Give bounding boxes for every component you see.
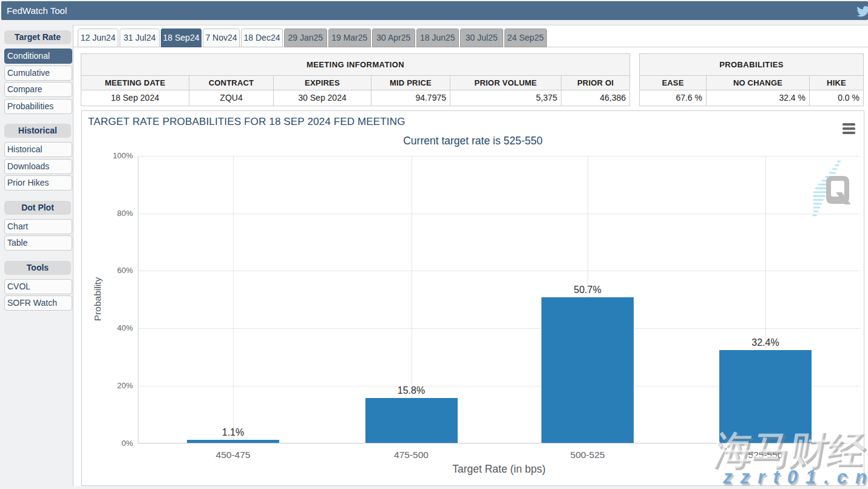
menu-bar <box>843 132 855 134</box>
plot-area: 0%20%40%60%80%100%1.1%450-47515.8%475-50… <box>138 156 860 443</box>
bar-525-550 <box>719 350 812 443</box>
sidebar-item-conditional[interactable]: Conditional <box>4 49 72 64</box>
meeting-tabs: 12 Jun2431 Jul2418 Sep247 Nov2418 Dec242… <box>78 29 548 47</box>
quikstrike-watermark-icon <box>807 158 850 219</box>
tab-30-apr25[interactable]: 30 Apr25 <box>372 29 415 47</box>
probability-chart: TARGET RATE PROBABILITIES FOR 18 SEP 202… <box>81 110 864 486</box>
chart-title: TARGET RATE PROBABILITIES FOR 18 SEP 202… <box>88 116 405 128</box>
meeting-information-table: MEETING INFORMATION MEETING DATECONTRACT… <box>81 53 630 106</box>
cell-no-change: 32.4 % <box>707 90 810 106</box>
cell-ease: 67.6 % <box>640 90 707 106</box>
bar-label-525-550: 32.4% <box>729 337 802 348</box>
tab-29-jan25[interactable]: 29 Jan25 <box>284 29 327 47</box>
sidebar-item-cumulative[interactable]: Cumulative <box>4 66 72 81</box>
gridline-y-100 <box>138 156 860 157</box>
bar-475-500 <box>365 398 458 443</box>
tab-19-mar25[interactable]: 19 Mar25 <box>328 29 371 47</box>
bar-label-450-475: 1.1% <box>197 427 270 438</box>
sidebar-item-probabilities[interactable]: Probabilities <box>4 99 72 114</box>
x-tick-label-500-525: 500-525 <box>551 450 624 460</box>
gridline-x-0 <box>233 156 234 443</box>
tab-12-jun24[interactable]: 12 Jun24 <box>78 29 118 47</box>
app-title: FedWatch Tool <box>7 1 67 20</box>
top-bar: FedWatch Tool <box>1 1 868 20</box>
sidebar-item-cvol[interactable]: CVOL <box>4 279 72 294</box>
x-tick-label-475-500: 475-500 <box>375 450 448 460</box>
tab-18-dec24[interactable]: 18 Dec24 <box>241 29 283 47</box>
twitter-icon[interactable] <box>856 6 868 17</box>
sidebar-group-gap <box>4 115 72 124</box>
sidebar-item-chart[interactable]: Chart <box>4 219 72 234</box>
column-header-contract: CONTRACT <box>189 76 274 90</box>
bar-450-475 <box>187 440 279 443</box>
sidebar-item-table[interactable]: Table <box>4 235 72 251</box>
y-tick-label-80: 80% <box>97 209 133 218</box>
tab-7-nov24[interactable]: 7 Nov24 <box>203 29 240 47</box>
sidebar-group-dot-plot: Dot Plot <box>4 201 71 215</box>
chart-context-menu-icon[interactable] <box>843 123 856 134</box>
cell-mid-price: 94.7975 <box>371 90 450 106</box>
bar-500-525 <box>541 297 634 443</box>
tab-31-jul24[interactable]: 31 Jul24 <box>120 29 160 47</box>
cell-hike: 0.0 % <box>810 90 863 106</box>
probabilities-title: PROBABILITIES <box>640 54 863 76</box>
sidebar-item-sofr-watch[interactable]: SOFR Watch <box>4 295 72 311</box>
probabilities-table: PROBABILITIES EASENO CHANGEHIKE 67.6 %32… <box>639 53 864 106</box>
column-header-ease: EASE <box>640 76 707 90</box>
tab-24-sep25[interactable]: 24 Sep25 <box>504 29 548 47</box>
gridline-y-60 <box>138 271 860 271</box>
sidebar-item-compare[interactable]: Compare <box>4 82 72 97</box>
meeting-information-title: MEETING INFORMATION <box>81 54 629 76</box>
tab-18-jun25[interactable]: 18 Jun25 <box>416 29 459 47</box>
menu-bar <box>843 127 855 130</box>
menu-bar <box>843 123 855 126</box>
cell-prior-oi: 46,386 <box>561 90 629 106</box>
column-header-prior-volume: PRIOR VOLUME <box>450 76 561 90</box>
bar-label-500-525: 50.7% <box>551 285 624 295</box>
sidebar-group-gap <box>4 192 72 201</box>
probabilities-header-row: EASENO CHANGEHIKE <box>640 76 863 90</box>
probabilities-data-row: 67.6 %32.4 %0.0 % <box>640 90 863 106</box>
sidebar-item-prior-hikes[interactable]: Prior Hikes <box>4 175 72 191</box>
meeting-information-header-row: MEETING DATECONTRACTEXPIRESMID PRICEPRIO… <box>81 76 629 90</box>
bar-label-475-500: 15.8% <box>375 385 448 396</box>
x-axis-title: Target Rate (in bps) <box>402 463 596 476</box>
sidebar: Target RateConditionalCumulativeCompareP… <box>4 30 72 312</box>
sidebar-group-gap <box>4 252 72 261</box>
chart-subtitle: Current target rate is 525-550 <box>82 135 864 147</box>
x-tick-label-450-475: 450-475 <box>197 450 270 460</box>
y-tick-label-0: 0% <box>97 439 133 448</box>
y-tick-label-20: 20% <box>97 381 133 390</box>
cell-expires: 30 Sep 2024 <box>274 90 371 106</box>
column-header-prior-oi: PRIOR OI <box>561 76 629 90</box>
sidebar-group-historical: Historical <box>4 124 71 138</box>
tab-30-jul25[interactable]: 30 Jul25 <box>460 29 503 47</box>
column-header-meeting-date: MEETING DATE <box>81 76 189 90</box>
column-header-expires: EXPIRES <box>274 76 371 90</box>
sidebar-group-target-rate: Target Rate <box>4 30 71 44</box>
cell-meeting-date: 18 Sep 2024 <box>81 90 189 106</box>
gridline-y-80 <box>138 214 860 214</box>
cell-contract: ZQU4 <box>189 90 274 106</box>
cell-prior-volume: 5,375 <box>450 90 561 106</box>
column-header-hike: HIKE <box>810 76 863 90</box>
y-tick-label-100: 100% <box>97 151 133 160</box>
column-header-mid-price: MID PRICE <box>371 76 450 90</box>
x-tick-label-525-550: 525-550 <box>729 450 802 460</box>
gridline-y-40 <box>138 328 860 329</box>
sidebar-item-historical[interactable]: Historical <box>4 142 72 157</box>
sidebar-group-tools: Tools <box>4 261 71 275</box>
meeting-information-data-row: 18 Sep 2024ZQU430 Sep 202494.79755,37546… <box>81 90 629 106</box>
tab-18-sep24[interactable]: 18 Sep24 <box>161 29 202 47</box>
sidebar-item-downloads[interactable]: Downloads <box>4 159 72 174</box>
column-header-no-change: NO CHANGE <box>707 76 810 90</box>
y-axis-title: Probability <box>92 263 103 336</box>
